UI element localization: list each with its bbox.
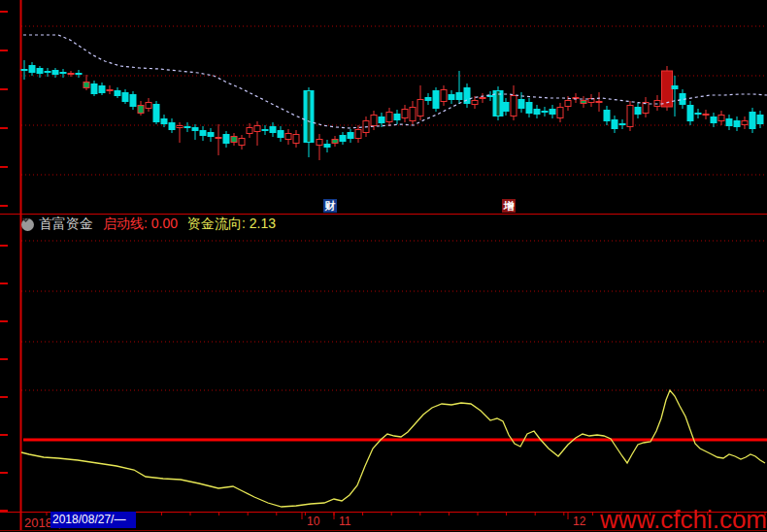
indicator-value-zijinliuxiang: 2.13 <box>250 216 276 231</box>
indicator-value-qidongxian: 0.00 <box>151 216 178 231</box>
indicator-field-qidongxian: 启动线: 0.00 <box>103 216 178 233</box>
month-label: 11 <box>339 515 350 528</box>
month-label: 10 <box>307 515 319 528</box>
indicator-field-zijinliuxiang: 资金流向: 2.13 <box>187 216 276 233</box>
month-label: 12 <box>573 515 585 528</box>
indicator-header-row: 首富资金 启动线: 0.00 资金流向: 2.13 <box>21 216 285 233</box>
selected-date-box: 2018/08/27/— <box>50 512 136 528</box>
watermark-url: www.cfchi.com <box>600 505 767 532</box>
indicator-name[interactable]: 首富资金 <box>39 216 93 233</box>
stock-chart-window: 首富资金 启动线: 0.00 资金流向: 2.13 2018年 2018/08/… <box>0 0 767 532</box>
chevron-down-icon[interactable] <box>21 218 34 231</box>
event-marker[interactable]: 增 <box>502 199 516 213</box>
chart-canvas[interactable] <box>0 0 767 532</box>
event-marker[interactable]: 财 <box>323 199 337 213</box>
